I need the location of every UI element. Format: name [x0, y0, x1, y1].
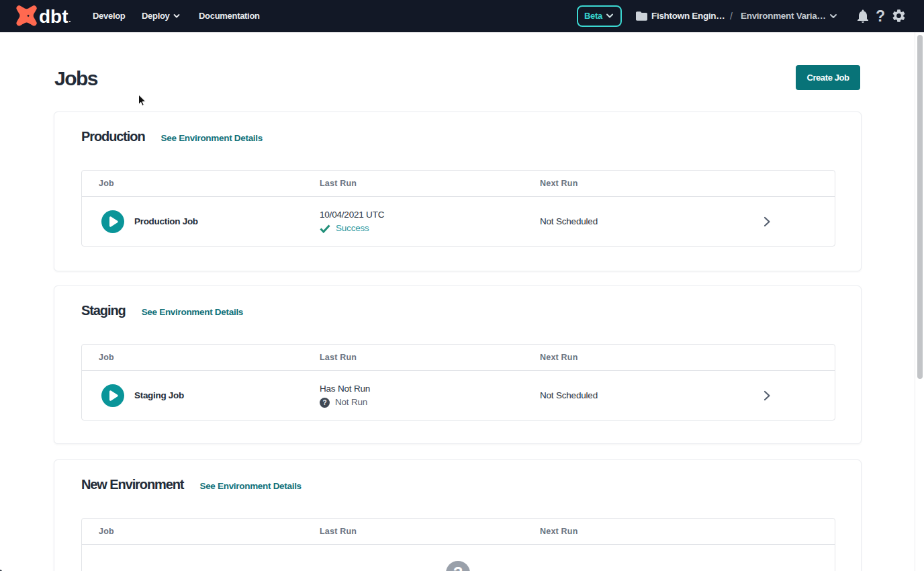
svg-text:?: ?	[323, 399, 327, 406]
svg-text:?: ?	[453, 564, 463, 571]
